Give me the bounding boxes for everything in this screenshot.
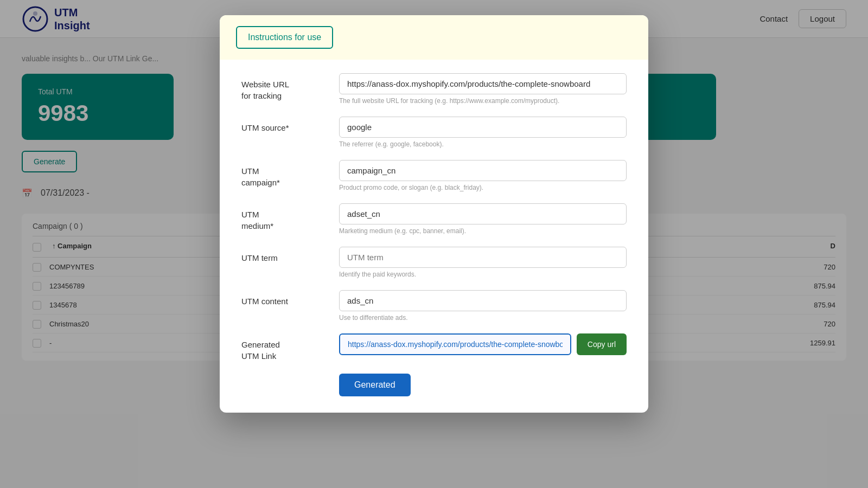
utm-source-field-wrap: The referrer (e.g. google, facebook). [339,117,627,148]
utm-source-label: UTM source* [241,117,328,133]
generated-label: GeneratedUTM Link [241,333,328,362]
utm-content-label: UTM content [241,290,328,307]
utm-term-input[interactable] [339,247,627,268]
utm-campaign-hint: Product promo code, or slogan (e.g. blac… [339,184,627,191]
generated-button[interactable]: Generated [339,374,411,396]
utm-term-field-wrap: Identify the paid keywords. [339,247,627,278]
utm-content-row: UTM content Use to differentiate ads. [241,290,627,322]
utm-source-input[interactable] [339,117,627,138]
utm-content-input[interactable] [339,290,627,311]
utm-source-hint: The referrer (e.g. google, facebook). [339,140,627,148]
utm-term-hint: Identify the paid keywords. [339,271,627,278]
generated-btn-row: Generated [241,374,627,396]
utm-generator-modal: Instructions for use Website URLfor trac… [220,15,648,413]
generated-utm-row: GeneratedUTM Link Copy url [241,333,627,362]
utm-medium-input[interactable] [339,203,627,224]
utm-content-field-wrap: Use to differentiate ads. [339,290,627,322]
generated-utm-input[interactable] [339,333,571,355]
utm-medium-field-wrap: Marketing medium (e.g. cpc, banner, emai… [339,203,627,235]
generated-input-wrap: Copy url [339,333,627,355]
utm-medium-hint: Marketing medium (e.g. cpc, banner, emai… [339,227,627,235]
utm-campaign-input[interactable] [339,160,627,181]
utm-medium-label: UTMmedium* [241,203,328,232]
utm-campaign-row: UTMcampaign* Product promo code, or slog… [241,160,627,191]
utm-medium-row: UTMmedium* Marketing medium (e.g. cpc, b… [241,203,627,235]
website-url-input[interactable] [339,73,627,94]
website-url-row: Website URLfor tracking The full website… [241,73,627,105]
instructions-banner: Instructions for use [220,15,648,60]
utm-campaign-field-wrap: Product promo code, or slogan (e.g. blac… [339,160,627,191]
form-area: Website URLfor tracking The full website… [220,73,648,396]
utm-term-label: UTM term [241,247,328,264]
website-url-label: Website URLfor tracking [241,73,328,101]
utm-term-row: UTM term Identify the paid keywords. [241,247,627,278]
instructions-button[interactable]: Instructions for use [236,26,333,49]
copy-url-button[interactable]: Copy url [577,333,627,355]
website-url-hint: The full website URL for tracking (e.g. … [339,97,627,105]
utm-campaign-label: UTMcampaign* [241,160,328,188]
utm-source-row: UTM source* The referrer (e.g. google, f… [241,117,627,148]
website-url-field-wrap: The full website URL for tracking (e.g. … [339,73,627,105]
utm-content-hint: Use to differentiate ads. [339,314,627,322]
